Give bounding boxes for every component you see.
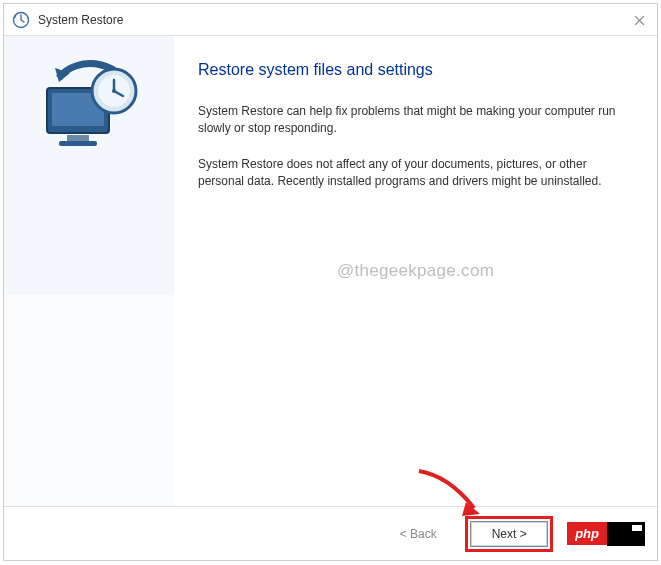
content-area: Restore system files and settings System… <box>4 36 657 506</box>
next-button[interactable]: Next > <box>470 521 548 547</box>
description-paragraph-2: System Restore does not affect any of yo… <box>198 156 618 191</box>
svg-point-7 <box>112 89 116 93</box>
description-paragraph-1: System Restore can help fix problems tha… <box>198 103 618 138</box>
back-button: < Back <box>379 521 457 547</box>
monitor-clock-restore-icon <box>37 58 142 153</box>
system-restore-icon <box>12 11 30 29</box>
svg-rect-4 <box>59 141 97 146</box>
close-button[interactable] <box>625 8 653 32</box>
system-restore-dialog: System Restore <box>3 3 658 561</box>
php-badge: php <box>567 522 645 546</box>
titlebar: System Restore <box>4 4 657 36</box>
window-title: System Restore <box>38 13 123 27</box>
watermark-text: @thegeekpage.com <box>337 261 494 281</box>
php-badge-text: php <box>567 522 607 545</box>
sidebar <box>4 36 174 506</box>
main-panel: Restore system files and settings System… <box>174 36 657 506</box>
php-badge-tail-icon <box>607 522 645 546</box>
page-heading: Restore system files and settings <box>198 61 627 79</box>
svg-rect-3 <box>67 135 89 141</box>
next-button-highlight: Next > <box>465 516 553 552</box>
close-icon <box>634 15 645 26</box>
button-bar: < Back Next > php <box>4 506 657 560</box>
